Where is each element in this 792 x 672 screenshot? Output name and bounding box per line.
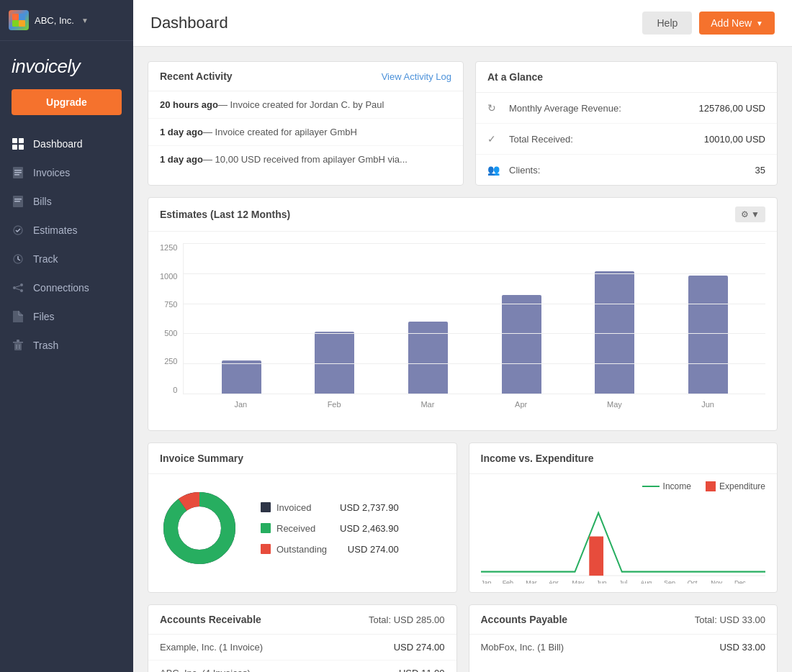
svg-rect-0 [12,14,19,20]
company-logo-icon [9,10,29,30]
legend-received-value: USD 2,463.90 [340,523,399,534]
income-line-indicator [642,486,660,487]
bar-mar [408,322,448,394]
top-row: Recent Activity View Activity Log 20 hou… [148,61,778,186]
bar-label-may: May [571,397,657,409]
sidebar-item-track-label: Track [33,253,58,265]
accounts-receivable-header: Accounts Receivable Total: USD 285.00 [148,605,456,635]
page-title: Dashboard [150,14,228,32]
accounts-receivable-row-0: Example, Inc. (1 Invoice) USD 274.00 [148,635,456,660]
glance-item-clients: 👥 Clients: 35 [476,155,777,185]
sidebar-item-bills[interactable]: Bills [0,187,133,216]
invoices-icon [12,166,24,179]
sidebar-item-track[interactable]: Track [0,245,133,273]
company-name: ABC, Inc. [35,15,74,26]
income-expenditure-header: Income vs. Expenditure [469,443,778,474]
svg-text:Nov: Nov [711,579,722,584]
legend-invoiced-value: USD 2,737.90 [340,502,399,513]
ap-row-0-amount: USD 33.00 [719,642,765,653]
add-new-button[interactable]: Add New ▼ [699,12,775,35]
track-icon [12,253,24,265]
legend-received: Received USD 2,463.90 [261,523,399,534]
upgrade-button[interactable]: Upgrade [12,89,122,115]
svg-text:Jun: Jun [596,579,606,584]
svg-point-19 [20,289,23,292]
svg-text:Apr: Apr [548,579,558,584]
bills-icon [12,195,24,208]
main-content: Dashboard Help Add New ▼ Recent Activity… [133,0,792,672]
invoice-legend: Invoiced USD 2,737.90 Received USD 2,463… [261,502,399,555]
bar-group-may [572,243,658,394]
accounts-payable-total: Total: USD 33.00 [695,614,765,625]
clients-icon: 👥 [487,164,502,176]
income-expenditure-card: Income vs. Expenditure Income Expenditur… [469,442,778,593]
svg-rect-11 [14,174,19,176]
accounts-receivable-card: Accounts Receivable Total: USD 285.00 Ex… [148,604,457,672]
sidebar-item-trash[interactable]: Trash [0,331,133,360]
view-activity-log-link[interactable]: View Activity Log [382,71,451,82]
y-label-0: 0 [160,386,177,394]
add-new-arrow-icon: ▼ [756,19,763,27]
glance-received-value: 10010,00 USD [704,134,765,145]
svg-rect-22 [13,342,23,343]
ar-row-1-name: ABC, Inc. (4 Invoices) [160,668,251,672]
sidebar-item-invoices-label: Invoices [33,167,70,178]
svg-text:Sep: Sep [664,579,675,584]
recent-activity-title: Recent Activity [160,71,233,82]
income-legend: Income Expenditure [481,481,766,491]
sidebar-item-connections[interactable]: Connections [0,273,133,302]
sidebar-item-connections-label: Connections [33,282,89,294]
legend-outstanding: Outstanding USD 274.00 [261,544,399,555]
brand-text: invoicely [12,55,80,77]
accounts-row: Accounts Receivable Total: USD 285.00 Ex… [148,604,778,672]
svg-text:Jul: Jul [618,579,626,584]
accounts-receivable-title: Accounts Receivable [160,614,261,625]
svg-rect-3 [19,20,25,27]
invoice-summary-title: Invoice Summary [160,453,243,464]
glance-revenue-value: 125786,00 USD [698,103,765,114]
help-button[interactable]: Help [642,12,692,35]
y-label-1250: 1250 [160,243,177,252]
sidebar-item-dashboard[interactable]: Dashboard [0,130,133,158]
y-label-1000: 1000 [160,272,177,281]
svg-line-21 [16,289,20,290]
estimates-icon [12,224,24,237]
received-color-dot [261,523,271,533]
bars-area [183,243,765,394]
at-a-glance-header: At a Glance [476,62,777,93]
chart-area: 0 250 500 750 1000 1250 [148,232,777,409]
invoiced-color-dot [261,502,271,512]
income-legend-income: Income [642,481,691,491]
svg-rect-9 [14,170,22,171]
svg-point-17 [13,286,16,289]
legend-outstanding-value: USD 274.00 [348,544,399,555]
recent-activity-header: Recent Activity View Activity Log [148,62,463,91]
bar-labels: JanFebMarAprMayJun [183,394,765,409]
refresh-icon: ↻ [487,102,502,114]
sidebar-item-invoices[interactable]: Invoices [0,158,133,187]
income-legend-expenditure: Expenditure [706,481,765,491]
content-area: Recent Activity View Activity Log 20 hou… [133,47,792,672]
svg-rect-23 [14,343,22,350]
svg-rect-5 [19,138,24,143]
income-legend-income-label: Income [663,481,691,491]
sidebar-item-trash-label: Trash [33,340,58,351]
svg-text:Oct: Oct [687,579,697,584]
glance-revenue-label: Monthly Average Revenue: [509,103,698,114]
sidebar-item-files[interactable]: Files [0,302,133,331]
bar-jun [688,276,728,394]
svg-rect-1 [19,14,25,20]
svg-point-30 [179,508,220,548]
svg-text:Dec: Dec [734,579,745,584]
estimates-chart-title: Estimates (Last 12 Months) [160,209,290,220]
outstanding-color-dot [261,544,271,554]
svg-text:Mar: Mar [526,579,536,584]
svg-rect-10 [14,172,22,173]
income-line-chart: Jan Feb Mar Apr May Jun Jul Aug Sep Oct … [481,497,766,584]
sidebar-item-estimates[interactable]: Estimates [0,216,133,245]
chart-settings-button[interactable]: ⚙ ▼ [735,206,765,222]
svg-rect-4 [12,138,17,143]
activity-item-1: 1 day ago— Invoice created for apilayer … [148,119,463,146]
sidebar-company-header[interactable]: ABC, Inc. ▼ [0,0,133,41]
top-bar: Dashboard Help Add New ▼ [133,0,792,47]
